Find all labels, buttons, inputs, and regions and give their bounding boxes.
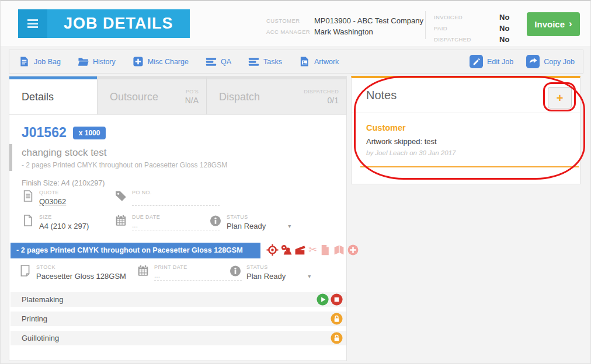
chevron-right-icon: › [569,18,572,30]
tab-outsource[interactable]: Outsource PO'S N/A [97,76,206,114]
toolbar-artwork[interactable]: Artwork [299,56,339,67]
tab-outsource-label: Outsource [110,91,158,103]
dispatched-value: No [499,35,517,44]
add-note-button[interactable]: + [548,87,572,108]
title-bar: JOB DETAILS [18,9,190,38]
due-date-label: DUE DATE [132,214,220,220]
notes-panel: Notes + Customer Artwork skipped: test b… [351,76,580,184]
status-field: STATUS Plan Ready ▾ [209,214,291,230]
tab-dispatch[interactable]: Dispatch DISPATCHED 0/1 [206,76,346,114]
toolbar-artwork-label: Artwork [314,58,339,66]
job-number: J01562 [22,125,67,141]
guillotine-icon[interactable] [294,244,307,256]
scrollbar-thumb[interactable] [9,144,12,171]
job-title: changing stock test [22,147,346,159]
size-label: SIZE [39,214,89,220]
copy-job-button[interactable]: Copy Job [526,55,575,68]
toolbar-tasks[interactable]: Tasks [248,56,282,67]
play-icon[interactable] [317,293,329,306]
edit-job-label: Edit Job [487,58,513,66]
section-bar: - 2 pages Printed CMYK throughout on Pac… [11,243,260,258]
process-row-guillotining[interactable]: Guillotining [11,331,346,345]
image-icon [299,56,310,67]
note-divider [360,166,579,167]
process-list: Platemaking Printing Guillotining [11,292,346,350]
toolbar-job-bag-label: Job Bag [34,58,61,66]
toolbar-history[interactable]: History [78,56,116,67]
customer-label: CUSTOMER [266,18,313,24]
status-dropdown-value[interactable]: Plan Ready [227,222,266,230]
page-title: JOB DETAILS [47,9,190,38]
po-input[interactable] [132,197,220,206]
toolbar-tasks-label: Tasks [263,58,282,66]
print-date-field: PRINT DATE ... [137,264,242,281]
job-panel: Details Outsource PO'S N/A Dispatch DISP… [9,76,347,361]
tab-details-label: Details [22,91,54,103]
registration-target-icon[interactable] [266,244,279,256]
toolbar-job-bag[interactable]: Job Bag [19,56,61,67]
stop-icon[interactable] [331,293,343,306]
due-date-field: DUE DATE ... [114,214,220,230]
toolbar-misc-charge-label: Misc Charge [148,58,189,66]
quote-label: QUOTE [39,190,66,195]
stock-label: STOCK [36,264,126,270]
copy-arrow-icon [526,55,540,68]
folder-icon [78,56,89,67]
notes-header: Notes [352,78,580,113]
printing-press-icon[interactable] [280,244,293,256]
chevron-down-icon[interactable]: ▾ [288,223,291,229]
tab-dispatch-sub-value: 0/1 [304,96,339,105]
edit-job-button[interactable]: Edit Job [470,55,513,68]
customer-block: CUSTOMER MP013900 - ABC Test Company ACC… [266,16,423,36]
note-byline: by Joel Leach on 30 Jan 2017 [366,149,565,156]
invoice-button[interactable]: Invoice › [527,12,580,36]
toolbar-qa[interactable]: QA [206,56,231,67]
job-description: - 2 pages Printed CMYK throughout on Pac… [22,161,346,169]
stock-status-label: STATUS [246,264,311,270]
quantity-badge: x 1000 [73,127,106,139]
paid-label: PAID [434,25,499,32]
lock-icon[interactable] [331,332,343,344]
chevron-down-icon[interactable]: ▾ [308,273,311,279]
binding-book-icon[interactable] [333,244,345,256]
tab-details[interactable]: Details [9,76,97,114]
scissors-icon[interactable]: ✂ [308,244,317,256]
acc-manager-value: Mark Washington [314,27,423,36]
stock-status-dropdown-value[interactable]: Plan Ready [246,272,286,281]
process-row-platemaking[interactable]: Platemaking [11,292,346,307]
plus-square-icon [133,56,144,67]
toolbar-qa-label: QA [221,58,231,66]
calendar-icon [137,264,150,277]
lock-icon[interactable] [331,313,343,325]
tag-icon [114,190,127,202]
size-value: A4 (210 x 297) [39,222,89,230]
stock-value: Pacesetter Gloss 128GSM [36,272,126,281]
status-label: STATUS [227,214,291,220]
toolbar-right: Edit Job Copy Job [470,55,575,68]
toolbar-history-label: History [93,58,116,66]
tab-outsource-sub-value: N/A [185,96,199,105]
due-date-input[interactable]: ... [132,221,220,230]
process-icon-strip: ✂ [266,244,359,256]
tabs: Details Outsource PO'S N/A Dispatch DISP… [9,76,346,115]
note-entry: Customer Artwork skipped: test by Joel L… [352,113,580,156]
info-icon [209,214,222,227]
job-header: J01562 x 1000 [22,125,346,141]
header: JOB DETAILS CUSTOMER MP013900 - ABC Test… [1,1,590,46]
job-details-page: JOB DETAILS CUSTOMER MP013900 - ABC Test… [0,0,591,364]
quote-field: QUOTE Q03062 [22,190,66,206]
quote-link[interactable]: Q03062 [39,197,66,206]
page-icon [22,214,34,227]
po-field: PO NO. [114,190,220,206]
note-text: Artwork skipped: test [366,137,565,146]
customer-value: MP013900 - ABC Test Company [314,16,423,25]
tab-outsource-sub-label: PO'S [185,89,199,94]
toolbar-misc-charge[interactable]: Misc Charge [133,56,189,67]
menu-button[interactable] [18,9,47,38]
folding-icon[interactable] [319,244,331,256]
process-row-printing[interactable]: Printing [11,312,346,326]
invoiced-label: INVOICED [434,14,499,20]
list-icon [206,56,217,67]
copy-job-label: Copy Job [544,58,575,66]
add-process-icon[interactable] [347,244,359,256]
